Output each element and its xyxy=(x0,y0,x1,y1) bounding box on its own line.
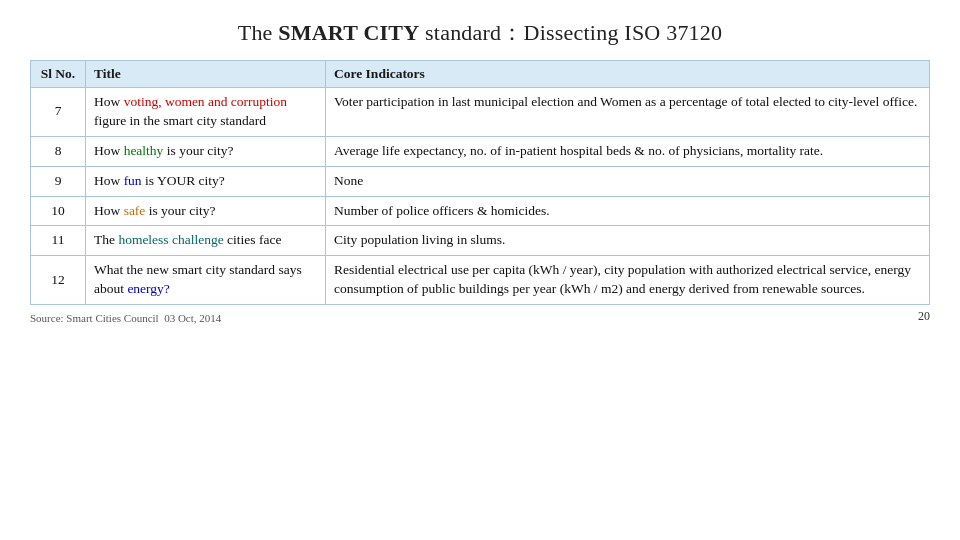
row-title: How voting, women and corruption figure … xyxy=(86,88,326,137)
row-title: What the new smart city standard says ab… xyxy=(86,256,326,305)
row-core: Voter participation in last municipal el… xyxy=(326,88,930,137)
row-num: 9 xyxy=(31,166,86,196)
row-num: 8 xyxy=(31,136,86,166)
table-row: 11 The homeless challenge cities face Ci… xyxy=(31,226,930,256)
page-title: The SMART CITY standard：Dissecting ISO 3… xyxy=(30,18,930,48)
source-date: 03 Oct, 2014 xyxy=(164,312,221,324)
table-row: 7 How voting, women and corruption figur… xyxy=(31,88,930,137)
table-row: 12 What the new smart city standard says… xyxy=(31,256,930,305)
row-title: How fun is YOUR city? xyxy=(86,166,326,196)
row-core: None xyxy=(326,166,930,196)
row-core: Average life expectancy, no. of in-patie… xyxy=(326,136,930,166)
table-row: 9 How fun is YOUR city? None xyxy=(31,166,930,196)
table-row: 8 How healthy is your city? Average life… xyxy=(31,136,930,166)
row-core: City population living in slums. xyxy=(326,226,930,256)
col-header-title: Title xyxy=(86,61,326,88)
row-num: 12 xyxy=(31,256,86,305)
row-num: 10 xyxy=(31,196,86,226)
source-label: Source: Smart Cities Council xyxy=(30,312,159,324)
row-title: How healthy is your city? xyxy=(86,136,326,166)
title-brand: SMART CITY xyxy=(278,20,419,45)
row-core: Number of police officers & homicides. xyxy=(326,196,930,226)
col-header-core: Core Indicators xyxy=(326,61,930,88)
col-header-slno: Sl No. xyxy=(31,61,86,88)
table-row: 10 How safe is your city? Number of poli… xyxy=(31,196,930,226)
row-num: 7 xyxy=(31,88,86,137)
title-prefix: The xyxy=(238,20,279,45)
title-separator: standard： xyxy=(419,20,523,45)
title-subtitle: Dissecting ISO 37120 xyxy=(524,20,723,45)
row-title: The homeless challenge cities face xyxy=(86,226,326,256)
row-core: Residential electrical use per capita (k… xyxy=(326,256,930,305)
main-table: Sl No. Title Core Indicators 7 How votin… xyxy=(30,60,930,305)
page-number: 20 xyxy=(918,309,930,324)
row-title: How safe is your city? xyxy=(86,196,326,226)
source-citation: Source: Smart Cities Council 03 Oct, 201… xyxy=(30,312,221,324)
row-num: 11 xyxy=(31,226,86,256)
